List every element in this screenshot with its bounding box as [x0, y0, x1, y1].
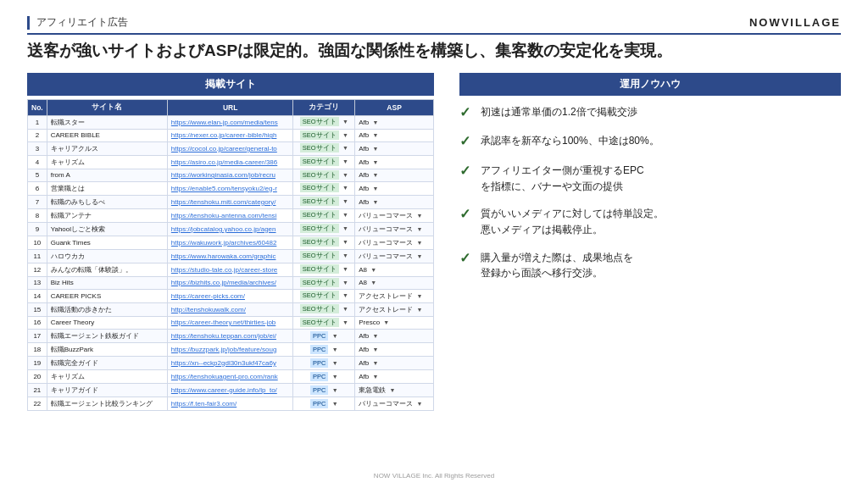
dropdown-icon[interactable]: ▼ [332, 387, 338, 393]
cell-url[interactable]: https://bizhits.co.jp/media/archives/ [167, 276, 293, 289]
cell-url[interactable]: http://tenshokuwalk.com/ [167, 302, 293, 316]
cell-category[interactable]: PPC ▼ [293, 356, 355, 369]
cell-url[interactable]: https://xn--eckp2gdl30n3ukf47ca6y [167, 356, 293, 369]
cell-url[interactable]: https://tenshoku.teppan.com/job/ei/ [167, 329, 293, 342]
cell-category[interactable]: SEOサイト ▼ [293, 222, 355, 236]
asp-dropdown-icon[interactable]: ▼ [372, 172, 378, 178]
cell-category[interactable]: SEOサイト ▼ [293, 115, 355, 129]
cell-asp[interactable]: Afb ▼ [355, 195, 434, 208]
cell-url[interactable]: https://career-theory.net/thirties-job [167, 316, 293, 329]
cell-category[interactable]: SEOサイト ▼ [293, 169, 355, 181]
cell-asp[interactable]: バリューコマース ▼ [355, 222, 434, 236]
cell-category[interactable]: PPC ▼ [293, 369, 355, 383]
cell-url[interactable]: https://tenshokuagent-pro.com/rank [167, 369, 293, 383]
cell-category[interactable]: SEOサイト ▼ [293, 155, 355, 169]
cell-url[interactable]: https://www.career-guide.info/lp_to/ [167, 383, 293, 396]
asp-dropdown-icon[interactable]: ▼ [372, 333, 378, 339]
cell-asp[interactable]: Presco ▼ [355, 316, 434, 329]
dropdown-icon[interactable]: ▼ [342, 252, 348, 258]
dropdown-icon[interactable]: ▼ [332, 360, 338, 366]
cell-url[interactable]: https://www.harowaka.com/graphic [167, 249, 293, 263]
asp-dropdown-icon[interactable]: ▼ [372, 146, 378, 152]
dropdown-icon[interactable]: ▼ [342, 266, 348, 272]
cell-asp[interactable]: Afb ▼ [355, 169, 434, 181]
cell-category[interactable]: SEOサイト ▼ [293, 195, 355, 208]
cell-url[interactable]: https://asiro.co.jp/media-career/386 [167, 155, 293, 169]
cell-category[interactable]: SEOサイト ▼ [293, 316, 355, 329]
dropdown-icon[interactable]: ▼ [342, 280, 348, 286]
dropdown-icon[interactable]: ▼ [342, 158, 348, 164]
cell-url[interactable]: https://www.elan-jp.com/media/tens [167, 115, 293, 129]
asp-dropdown-icon[interactable]: ▼ [372, 374, 378, 380]
cell-category[interactable]: SEOサイト ▼ [293, 236, 355, 249]
cell-category[interactable]: PPC ▼ [293, 342, 355, 356]
cell-url[interactable]: https://tenshoku.miti.com/category/ [167, 195, 293, 208]
asp-dropdown-icon[interactable]: ▼ [372, 186, 378, 191]
cell-asp[interactable]: バリューコマース ▼ [355, 236, 434, 249]
asp-dropdown-icon[interactable]: ▼ [416, 240, 422, 246]
dropdown-icon[interactable]: ▼ [342, 306, 348, 312]
asp-dropdown-icon[interactable]: ▼ [372, 347, 378, 352]
asp-dropdown-icon[interactable]: ▼ [372, 159, 378, 165]
asp-dropdown-icon[interactable]: ▼ [416, 293, 422, 299]
dropdown-icon[interactable]: ▼ [332, 333, 338, 339]
cell-url[interactable]: https://f.ten-fair3.com/ [167, 396, 293, 410]
cell-asp[interactable]: Afb ▼ [355, 181, 434, 195]
cell-category[interactable]: SEOサイト ▼ [293, 249, 355, 263]
cell-url[interactable]: https://nexer.co.jp/career-bible/high [167, 129, 293, 141]
asp-dropdown-icon[interactable]: ▼ [370, 280, 376, 286]
cell-url[interactable]: https://cocol.co.jp/career/general-to [167, 141, 293, 155]
dropdown-icon[interactable]: ▼ [342, 212, 348, 218]
asp-dropdown-icon[interactable]: ▼ [372, 199, 378, 205]
cell-asp[interactable]: バリューコマース ▼ [355, 249, 434, 263]
cell-category[interactable]: SEOサイト ▼ [293, 302, 355, 316]
asp-dropdown-icon[interactable]: ▼ [416, 401, 422, 407]
cell-url[interactable]: https://tenshoku-antenna.com/tensi [167, 208, 293, 222]
asp-dropdown-icon[interactable]: ▼ [383, 319, 389, 325]
cell-asp[interactable]: Afb ▼ [355, 155, 434, 169]
cell-asp[interactable]: Afb ▼ [355, 369, 434, 383]
cell-category[interactable]: SEOサイト ▼ [293, 129, 355, 141]
cell-asp[interactable]: 東急電鉄 ▼ [355, 383, 434, 396]
asp-dropdown-icon[interactable]: ▼ [416, 253, 422, 259]
dropdown-icon[interactable]: ▼ [342, 239, 348, 245]
cell-category[interactable]: PPC ▼ [293, 383, 355, 396]
cell-category[interactable]: SEOサイト ▼ [293, 263, 355, 276]
asp-dropdown-icon[interactable]: ▼ [416, 213, 422, 219]
asp-dropdown-icon[interactable]: ▼ [372, 360, 378, 366]
dropdown-icon[interactable]: ▼ [342, 119, 348, 125]
asp-dropdown-icon[interactable]: ▼ [372, 119, 378, 125]
asp-dropdown-icon[interactable]: ▼ [372, 132, 378, 138]
dropdown-icon[interactable]: ▼ [342, 292, 348, 298]
cell-asp[interactable]: A8 ▼ [355, 263, 434, 276]
cell-url[interactable]: https://career-picks.com/ [167, 289, 293, 302]
cell-asp[interactable]: バリューコマース ▼ [355, 396, 434, 410]
cell-category[interactable]: SEOサイト ▼ [293, 141, 355, 155]
cell-url[interactable]: https://enable5.com/tensyoku2/eg-r [167, 181, 293, 195]
cell-url[interactable]: https://jobcatalog.yahoo.co.jp/agen [167, 222, 293, 236]
dropdown-icon[interactable]: ▼ [342, 145, 348, 151]
cell-asp[interactable]: アクセストレード ▼ [355, 302, 434, 316]
cell-asp[interactable]: Afb ▼ [355, 329, 434, 342]
asp-dropdown-icon[interactable]: ▼ [416, 226, 422, 232]
dropdown-icon[interactable]: ▼ [342, 225, 348, 231]
dropdown-icon[interactable]: ▼ [332, 374, 338, 380]
cell-category[interactable]: SEOサイト ▼ [293, 289, 355, 302]
cell-asp[interactable]: バリューコマース ▼ [355, 208, 434, 222]
cell-url[interactable]: https://buzzpark.jp/job/feature/soug [167, 342, 293, 356]
cell-category[interactable]: SEOサイト ▼ [293, 276, 355, 289]
dropdown-icon[interactable]: ▼ [332, 347, 338, 352]
asp-dropdown-icon[interactable]: ▼ [416, 307, 422, 313]
asp-dropdown-icon[interactable]: ▼ [389, 387, 395, 393]
cell-category[interactable]: PPC ▼ [293, 396, 355, 410]
cell-category[interactable]: PPC ▼ [293, 329, 355, 342]
dropdown-icon[interactable]: ▼ [342, 132, 348, 138]
cell-asp[interactable]: Afb ▼ [355, 115, 434, 129]
cell-category[interactable]: SEOサイト ▼ [293, 181, 355, 195]
cell-url[interactable]: https://studio-tale.co.jp/career-store [167, 263, 293, 276]
dropdown-icon[interactable]: ▼ [342, 198, 348, 204]
asp-dropdown-icon[interactable]: ▼ [370, 267, 376, 273]
cell-url[interactable]: https://wakuwork.jp/archives/60482 [167, 236, 293, 249]
cell-asp[interactable]: Afb ▼ [355, 141, 434, 155]
cell-category[interactable]: SEOサイト ▼ [293, 208, 355, 222]
